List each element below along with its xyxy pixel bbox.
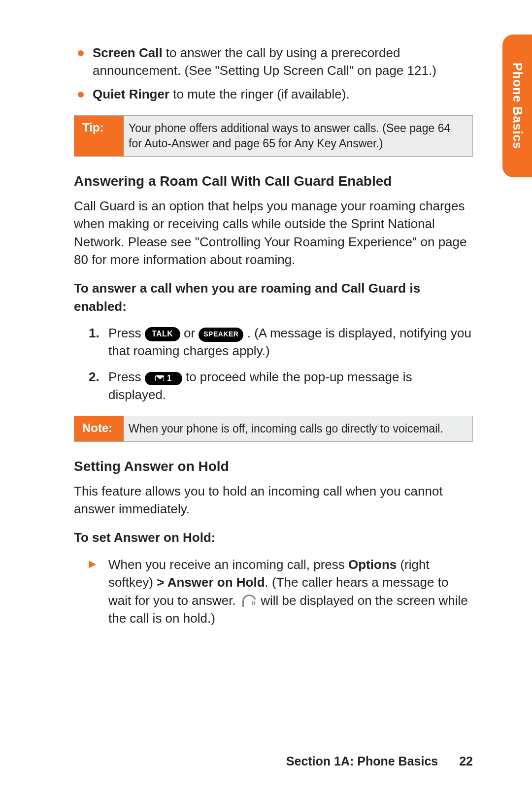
quiet-ringer-label: Quiet Ringer bbox=[93, 87, 169, 101]
tip-callout: Tip: Your phone offers additional ways t… bbox=[74, 115, 473, 157]
one-key-icon: 1 bbox=[145, 372, 182, 385]
note-body: When your phone is off, incoming calls g… bbox=[124, 416, 451, 441]
quiet-ringer-text: to mute the ringer (if available). bbox=[169, 87, 350, 101]
envelope-icon bbox=[155, 375, 164, 381]
talk-key-icon: TALK bbox=[145, 327, 180, 341]
hold-pre: When you receive an incoming call, press bbox=[108, 557, 348, 572]
footer-section: Section 1A: Phone Basics bbox=[286, 754, 438, 768]
roam-steps: Press TALK or SPEAKER . (A message is di… bbox=[89, 324, 473, 404]
hold-step: When you receive an incoming call, press… bbox=[89, 556, 473, 628]
step-2: Press 1 to proceed while the pop-up mess… bbox=[89, 368, 473, 404]
speaker-key-icon: SPEAKER bbox=[199, 328, 243, 342]
page-footer: Section 1A: Phone Basics 22 bbox=[286, 754, 473, 768]
step1-mid: or bbox=[184, 326, 199, 340]
hold-lead: To set Answer on Hold: bbox=[74, 529, 473, 546]
page-content: Screen Call to answer the call by using … bbox=[0, 0, 532, 666]
footer-page-number: 22 bbox=[459, 754, 473, 768]
list-item: Quiet Ringer to mute the ringer (if avai… bbox=[74, 86, 473, 103]
hold-heading: Setting Answer on Hold bbox=[74, 459, 473, 474]
tip-label: Tip: bbox=[74, 116, 124, 156]
note-label: Note: bbox=[74, 416, 124, 441]
one-key-label: 1 bbox=[167, 374, 171, 382]
answer-options-list: Screen Call to answer the call by using … bbox=[74, 44, 473, 103]
roam-paragraph: Call Guard is an option that helps you m… bbox=[74, 197, 473, 269]
step2-pre: Press bbox=[108, 369, 145, 384]
screen-call-label: Screen Call bbox=[93, 45, 163, 60]
roam-lead: To answer a call when you are roaming an… bbox=[74, 279, 473, 315]
hold-steps: When you receive an incoming call, press… bbox=[89, 556, 473, 628]
list-item: Screen Call to answer the call by using … bbox=[74, 44, 473, 80]
step-1: Press TALK or SPEAKER . (A message is di… bbox=[89, 324, 473, 360]
tip-body: Your phone offers additional ways to ans… bbox=[124, 116, 472, 156]
answer-on-hold-path: > Answer on Hold bbox=[157, 575, 265, 590]
note-callout: Note: When your phone is off, incoming c… bbox=[74, 416, 473, 442]
hold-paragraph: This feature allows you to hold an incom… bbox=[74, 482, 473, 518]
options-softkey-label: Options bbox=[348, 557, 397, 572]
step1-pre: Press bbox=[108, 326, 145, 340]
roam-heading: Answering a Roam Call With Call Guard En… bbox=[74, 173, 473, 189]
hold-status-icon bbox=[241, 595, 255, 606]
